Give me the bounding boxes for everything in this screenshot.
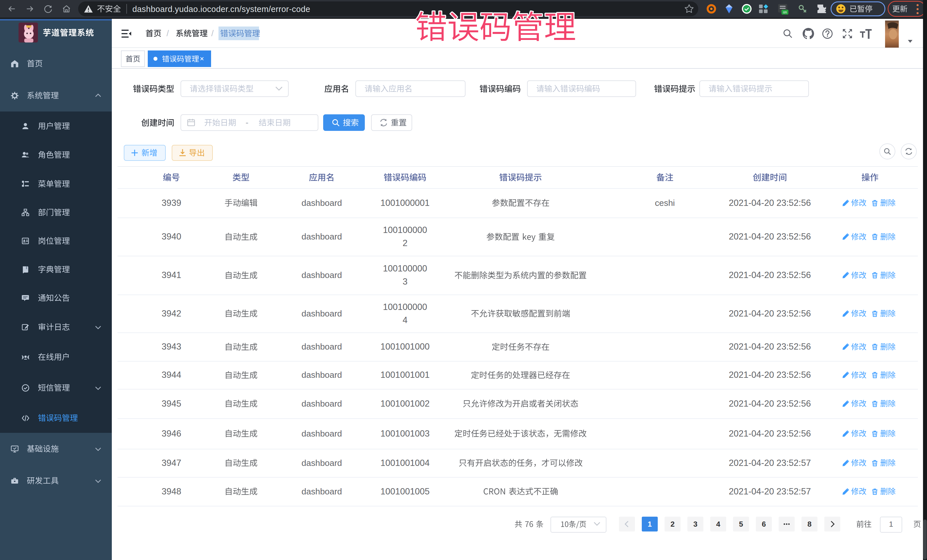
svg-text:on: on — [783, 10, 787, 14]
